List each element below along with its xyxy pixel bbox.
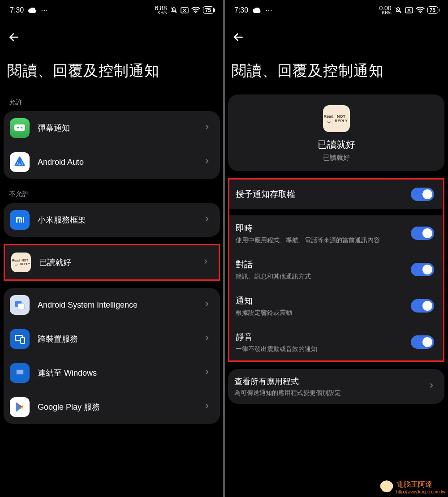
readnotreply-icon: Read ◡NOT REPLY [11, 253, 31, 272]
toggle-sub: 一律不發出震動或音效的通知 [236, 345, 403, 353]
toggle-sub: 根據設定響鈴或震動 [236, 308, 403, 317]
svg-point-3 [21, 127, 22, 129]
grant-access-label: 授予通知存取權 [236, 189, 403, 200]
mute-icon [170, 6, 178, 14]
toggle-row-mute[interactable]: 靜音 一律不發出震動或音效的通知 [229, 324, 443, 360]
readnotreply-icon: Read ◡NOT REPLY [323, 105, 350, 132]
svg-rect-9 [17, 370, 23, 374]
wifi-icon [416, 7, 425, 14]
see-all-apps-row[interactable]: 查看所有應用程式 為可傳送通知的應用程式變更個別設定 [228, 369, 444, 404]
chevron-right-icon [203, 157, 211, 167]
watermark: 電腦王阿達 http://www.kocpc.com.tw [379, 480, 445, 494]
app-label: 彈幕通知 [38, 123, 195, 133]
status-bar: 7:30 ⋯ 6.88KB/s 75 [4, 0, 220, 21]
app-row-link-windows[interactable]: 連結至 Windows [4, 356, 220, 390]
chevron-right-icon [202, 257, 210, 267]
battery-indicator: 75 [427, 6, 438, 14]
app-hero-card: Read ◡NOT REPLY 已讀就好 已讀就好 [228, 94, 444, 171]
toggle-sub: 簡訊、訊息和其他通訊方式 [236, 272, 403, 281]
notallowed-group-1: 小米服務框架 [4, 203, 220, 237]
chevron-right-icon [427, 381, 435, 391]
chevron-right-icon [203, 334, 211, 344]
app-subtitle: 已讀就好 [323, 154, 350, 162]
toggle-row-conversation[interactable]: 對話 簡訊、訊息和其他通訊方式 [229, 252, 443, 288]
cloud-icon [28, 8, 36, 13]
svg-rect-5 [18, 304, 24, 310]
svg-rect-7 [21, 338, 25, 343]
net-speed: 0.00KB/s [379, 6, 391, 15]
page-title: 閱讀、回覆及控制通知 [4, 50, 220, 94]
watermark-text: 電腦王阿達 [396, 480, 432, 488]
app-row-readnotreply[interactable]: Read ◡NOT REPLY 已讀就好 [5, 245, 219, 279]
more-icon: ⋯ [265, 6, 272, 15]
battery-indicator: 75 [203, 6, 214, 14]
more-icon: ⋯ [41, 6, 48, 15]
chevron-right-icon [203, 402, 211, 412]
svg-rect-1 [14, 124, 25, 131]
toggle-mute[interactable] [411, 335, 434, 349]
app-label: Android System Intelligence [38, 300, 195, 310]
highlight-permissions: 授予通知存取權 即時 使用中應用程式、導航、電話等來源的當前通訊內容 對話 簡訊… [228, 178, 444, 362]
wifi-icon [191, 7, 200, 14]
app-label: Google Play 服務 [38, 402, 195, 412]
section-notallowed-label: 不允許 [4, 186, 220, 203]
cross-device-icon [10, 329, 30, 349]
chevron-right-icon [203, 368, 211, 378]
toggle-conversation[interactable] [411, 263, 434, 276]
chevron-right-icon [203, 123, 211, 133]
phone-left: 7:30 ⋯ 6.88KB/s 75 閱讀、回覆及控制通知 [0, 0, 224, 497]
app-row-danmu[interactable]: 彈幕通知 [4, 111, 220, 145]
toggle-sub: 使用中應用程式、導航、電話等來源的當前通訊內容 [236, 236, 403, 244]
app-label: 連結至 Windows [38, 368, 195, 378]
sim-disabled-icon [181, 7, 189, 13]
see-all-sub: 為可傳送通知的應用程式變更個別設定 [234, 389, 419, 397]
danmaku-icon [10, 118, 30, 138]
xiaomi-icon [10, 210, 30, 230]
see-all-apps-card: 查看所有應用程式 為可傳送通知的應用程式變更個別設定 [228, 369, 444, 404]
toggle-grant[interactable] [411, 188, 434, 201]
chevron-right-icon [203, 300, 211, 310]
page-title: 閱讀、回覆及控制通知 [228, 50, 444, 94]
app-row-android-auto[interactable]: Android Auto [4, 145, 220, 179]
app-label: 小米服務框架 [38, 214, 195, 225]
google-play-icon [10, 397, 30, 417]
app-name: 已讀就好 [318, 138, 355, 151]
net-speed: 6.88KB/s [155, 6, 167, 15]
status-bar: 7:30 ⋯ 0.00KB/s 75 [228, 0, 444, 21]
toggle-label: 通知 [236, 295, 403, 307]
toggle-label: 靜音 [236, 331, 403, 343]
asi-icon [10, 295, 30, 315]
toggle-notification[interactable] [411, 299, 434, 313]
app-label: Android Auto [38, 158, 195, 167]
highlight-readnotreply: Read ◡NOT REPLY 已讀就好 [4, 244, 220, 281]
phone-right: 7:30 ⋯ 0.00KB/s 75 閱讀、回覆及控制通知 [224, 0, 448, 497]
watermark-avatar-icon [379, 480, 394, 494]
toggle-realtime[interactable] [411, 227, 434, 240]
cloud-icon [253, 8, 261, 13]
section-allowed-label: 允許 [4, 94, 220, 111]
toggle-row-realtime[interactable]: 即時 使用中應用程式、導航、電話等來源的當前通訊內容 [229, 215, 443, 252]
clock: 7:30 [234, 6, 248, 14]
clock: 7:30 [10, 6, 24, 14]
see-all-label: 查看所有應用程式 [234, 376, 419, 387]
app-row-cross-device[interactable]: 跨裝置服務 [4, 322, 220, 356]
app-row-asi[interactable]: Android System Intelligence [4, 288, 220, 322]
watermark-url: http://www.kocpc.com.tw [396, 489, 445, 494]
app-row-gplay-services[interactable]: Google Play 服務 [4, 390, 220, 424]
allowed-list: 彈幕通知 Android Auto [4, 111, 220, 179]
svg-point-2 [17, 127, 19, 129]
mute-icon [394, 6, 402, 14]
app-label: 跨裝置服務 [38, 334, 195, 344]
grant-access-row[interactable]: 授予通知存取權 [229, 180, 443, 209]
link-windows-icon [10, 363, 30, 383]
back-button[interactable] [232, 38, 245, 45]
app-row-xiaomi-framework[interactable]: 小米服務框架 [4, 203, 220, 237]
toggle-label: 即時 [236, 223, 403, 234]
android-auto-icon [10, 152, 30, 172]
notallowed-group-2: Android System Intelligence 跨裝置服務 連結至 Wi… [4, 288, 220, 424]
toggle-row-notification[interactable]: 通知 根據設定響鈴或震動 [229, 288, 443, 324]
toggle-label: 對話 [236, 259, 403, 270]
back-button[interactable] [7, 38, 21, 45]
chevron-right-icon [203, 215, 211, 225]
sim-disabled-icon [405, 7, 413, 13]
